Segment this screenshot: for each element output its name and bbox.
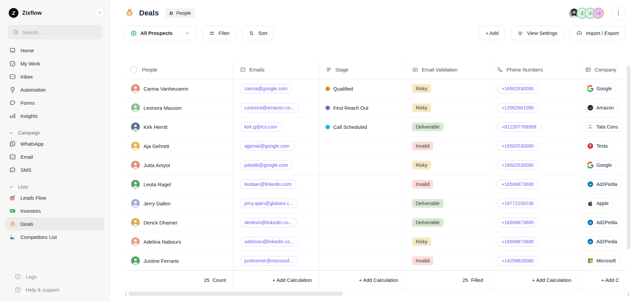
- phone-chip[interactable]: +912267789999: [497, 122, 541, 132]
- sidebar-item-automation[interactable]: Automation: [5, 83, 104, 96]
- email-chip[interactable]: carma@google.com: [240, 84, 292, 93]
- person-cell[interactable]: Justine Ferrario: [124, 251, 234, 270]
- email-validation-cell[interactable]: Risky: [406, 98, 491, 117]
- email-validation-cell[interactable]: Invalid: [406, 175, 491, 194]
- sidebar-item-sms[interactable]: SMS: [5, 163, 104, 176]
- sidebar-item-my-work[interactable]: My Work: [5, 57, 104, 70]
- validation-badge[interactable]: Risky: [412, 103, 431, 112]
- email-validation-cell[interactable]: Risky: [406, 156, 491, 174]
- scroll-left-arrow-icon[interactable]: ❨: [124, 291, 128, 296]
- phone-chip[interactable]: +16506873600: [497, 218, 538, 227]
- stage-cell[interactable]: [319, 194, 406, 213]
- select-all-checkbox[interactable]: [130, 66, 137, 73]
- stage-cell[interactable]: Call Scheduled: [319, 117, 406, 136]
- company-chip[interactable]: Google: [585, 160, 617, 170]
- email-chip[interactable]: ajjamat@google.com: [240, 141, 294, 151]
- sidebar-item-logs[interactable]: Logs: [11, 270, 99, 283]
- summary-cell[interactable]: 25Filled: [406, 271, 491, 289]
- sidebar-item-deals[interactable]: $Deals: [5, 217, 104, 230]
- stage-cell[interactable]: [319, 232, 406, 251]
- add-calculation-cell[interactable]: + Add Calculation: [234, 271, 319, 289]
- person-cell[interactable]: Jerry Dallen: [124, 194, 234, 213]
- sidebar-item-insights[interactable]: Insights: [5, 109, 104, 122]
- company-chip[interactable]: inAd2Pedia: [585, 179, 622, 189]
- phone-chip[interactable]: +16506873600: [497, 180, 538, 189]
- email-chip[interactable]: jerry.ajain@globant.c...: [240, 199, 298, 208]
- vertical-scrollbar[interactable]: [627, 66, 630, 250]
- more-options-button[interactable]: [612, 7, 625, 20]
- table-row[interactable]: Derick Dhamerderikvin@linkedin.co...Deli…: [124, 213, 627, 232]
- sidebar-item-email[interactable]: Email: [5, 150, 104, 163]
- column-header-people[interactable]: People: [124, 60, 234, 79]
- company-chip[interactable]: tcsTata Cons: [585, 122, 623, 132]
- phone-chip[interactable]: +16502530000: [497, 84, 538, 93]
- sidebar-item-home[interactable]: Home: [5, 44, 104, 57]
- sidebar-section-campaign[interactable]: Campaign: [5, 128, 104, 137]
- stage-cell[interactable]: [319, 251, 406, 270]
- filter-button[interactable]: Filter: [202, 26, 236, 40]
- avatar[interactable]: +8: [593, 8, 604, 19]
- email-chip[interactable]: derikvin@linkedin.co...: [240, 218, 297, 227]
- table-row[interactable]: Jutta Amyotjuttaitb@google.comRisky+1650…: [124, 156, 627, 175]
- entity-type-badge[interactable]: People: [165, 8, 195, 18]
- view-selector-dropdown[interactable]: All Prospects: [124, 26, 196, 40]
- scroll-right-arrow-icon[interactable]: ❩: [626, 291, 629, 296]
- horizontal-scrollbar[interactable]: ❨ ❩: [124, 291, 629, 297]
- stage-cell[interactable]: [319, 137, 406, 155]
- validation-badge[interactable]: Risky: [412, 161, 431, 169]
- email-chip[interactable]: kirk.g@tcs.com: [240, 122, 282, 132]
- table-row[interactable]: Leota Ragelleotaan@linkedin.comInvalid+1…: [124, 175, 627, 194]
- add-button[interactable]: + Add: [479, 26, 505, 40]
- import-export-button[interactable]: Import / Export: [570, 26, 625, 40]
- stage-cell[interactable]: First Reach Out: [319, 98, 406, 117]
- sidebar-item-competitors-list[interactable]: Competitors List: [5, 231, 104, 243]
- company-chip[interactable]: Google: [585, 84, 617, 94]
- validation-badge[interactable]: Deliverable: [412, 218, 444, 227]
- horizontal-scrollbar-thumb[interactable]: [128, 292, 343, 296]
- add-calculation-cell[interactable]: + Add Calculation: [319, 271, 406, 289]
- phone-chip[interactable]: +12062661000: [497, 103, 538, 112]
- email-validation-cell[interactable]: Invalid: [406, 251, 491, 270]
- sidebar-section-lists[interactable]: Lists: [5, 182, 104, 191]
- phone-chip[interactable]: +16506873600: [497, 237, 538, 246]
- email-validation-cell[interactable]: Risky: [406, 232, 491, 251]
- sidebar-item-leads-flow[interactable]: Leads Flow: [5, 191, 104, 204]
- stage-value[interactable]: Qualified: [326, 86, 353, 92]
- table-row[interactable]: Adelina Naboursadelinan@linkedin.co...Ri…: [124, 232, 627, 251]
- stage-cell[interactable]: [319, 156, 406, 174]
- person-cell[interactable]: Derick Dhamer: [124, 213, 234, 232]
- person-cell[interactable]: Kirk Herritt: [124, 117, 234, 136]
- table-row[interactable]: Justine Ferrariojustinenoir@microsof...I…: [124, 251, 627, 270]
- email-validation-cell[interactable]: Deliverable: [406, 213, 491, 232]
- email-validation-cell[interactable]: Deliverable: [406, 194, 491, 213]
- validation-badge[interactable]: Invalid: [412, 256, 433, 265]
- company-chip[interactable]: Apple: [585, 198, 613, 208]
- company-chip[interactable]: inAd2Pedia: [585, 237, 622, 247]
- email-chip[interactable]: Leonora@amazon.co...: [240, 103, 299, 112]
- validation-badge[interactable]: Deliverable: [412, 122, 444, 131]
- stage-cell[interactable]: [319, 213, 406, 232]
- validation-badge[interactable]: Deliverable: [412, 199, 444, 208]
- person-cell[interactable]: Adelina Nabours: [124, 232, 234, 251]
- email-validation-cell[interactable]: Invalid: [406, 137, 491, 155]
- column-header-stage[interactable]: Stage: [319, 60, 406, 79]
- person-cell[interactable]: Leonora Mauson: [124, 98, 234, 117]
- validation-badge[interactable]: Invalid: [412, 142, 433, 150]
- validation-badge[interactable]: Risky: [412, 84, 431, 93]
- table-row[interactable]: Kirk Herrittkirk.g@tcs.comCall Scheduled…: [124, 117, 627, 137]
- sort-button[interactable]: Sort: [242, 26, 274, 40]
- column-header-emails[interactable]: Emails: [234, 60, 319, 79]
- view-settings-button[interactable]: View Settings: [511, 26, 564, 40]
- email-chip[interactable]: justinenoir@microsof...: [240, 256, 298, 265]
- company-chip[interactable]: Tesla: [585, 141, 612, 151]
- email-chip[interactable]: adelinan@linkedin.co...: [240, 237, 299, 246]
- person-cell[interactable]: Carma Vanheusenn: [124, 79, 234, 98]
- table-row[interactable]: Carma Vanheusenncarma@google.comQualifie…: [124, 79, 627, 98]
- email-chip[interactable]: juttaitb@google.com: [240, 160, 293, 170]
- search-input[interactable]: Search...: [8, 25, 102, 39]
- stage-cell[interactable]: Qualified: [319, 79, 406, 98]
- sidebar-item-forms[interactable]: Forms: [5, 96, 104, 109]
- table-row[interactable]: Aja Gehrettajjamat@google.comInvalid+165…: [124, 137, 627, 156]
- summary-cell[interactable]: 25Count: [124, 271, 234, 289]
- company-chip[interactable]: inAd2Pedia: [585, 217, 622, 228]
